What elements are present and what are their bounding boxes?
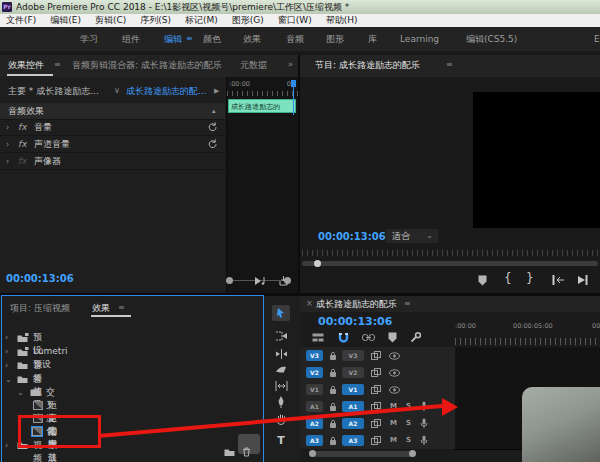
voiceover-mic-icon[interactable]	[420, 435, 428, 446]
workspace-graphics[interactable]: 图形	[326, 27, 344, 51]
zoom-level-dropdown[interactable]: 适合 ⌄	[386, 229, 438, 243]
tab-effect-controls[interactable]: 效果控件	[8, 55, 44, 75]
delete-icon[interactable]	[242, 447, 251, 457]
effect-controls-panel-menu-icon[interactable]: ≡	[54, 55, 61, 75]
program-scrub-handle[interactable]	[314, 260, 321, 267]
effect-row-panner[interactable]: › fx 声像器	[0, 153, 225, 170]
selection-tool[interactable]	[272, 305, 290, 321]
tab-program-monitor[interactable]: 节目: 成长路途励志的配乐	[315, 55, 420, 75]
go-to-in-icon[interactable]	[552, 275, 565, 285]
close-timeline-icon[interactable]: ×	[306, 296, 313, 312]
lock-icon[interactable]	[329, 368, 337, 378]
reset-effect-icon[interactable]	[208, 139, 218, 149]
tab-timeline-sequence[interactable]: 成长路途励志的配乐	[316, 296, 397, 312]
timeline-ruler-ticks[interactable]	[455, 338, 600, 345]
workspace-audio[interactable]: 音频	[286, 27, 304, 51]
twirl-icon[interactable]: ›	[6, 157, 9, 166]
voiceover-mic-icon[interactable]	[420, 418, 428, 429]
menu-clip[interactable]: 剪辑(C)	[95, 14, 126, 27]
program-scrubber[interactable]	[302, 261, 598, 266]
mute-button[interactable]: M	[390, 418, 397, 429]
mute-button[interactable]: M	[390, 435, 397, 446]
tab-overflow-icon[interactable]: »	[288, 55, 293, 75]
clip-selector-chevron-icon[interactable]: ∨	[114, 83, 120, 99]
source-patch-badge[interactable]: A1	[306, 401, 323, 412]
new-custom-bin-icon[interactable]	[224, 448, 235, 457]
lock-icon[interactable]	[329, 351, 337, 361]
twirl-icon[interactable]: ›	[6, 140, 9, 149]
menu-file[interactable]: 文件(F)	[6, 14, 36, 27]
lock-icon[interactable]	[329, 419, 337, 429]
track-lane-v3[interactable]	[455, 347, 600, 365]
export-frame-icon[interactable]	[278, 276, 289, 286]
sync-lock-icon[interactable]	[371, 419, 381, 428]
step-back-icon[interactable]	[577, 275, 588, 285]
workspace-editing-cs55[interactable]: 编辑(CS5.5)	[466, 27, 517, 51]
source-patch-badge[interactable]: A3	[306, 435, 323, 446]
add-marker-icon[interactable]	[478, 275, 487, 286]
source-patch-badge[interactable]: V3	[306, 350, 323, 361]
track-target-badge[interactable]: A2	[342, 418, 364, 429]
track-target-badge[interactable]: A3	[342, 435, 364, 446]
reset-effect-icon[interactable]	[208, 122, 218, 132]
ripple-edit-tool[interactable]	[272, 346, 290, 362]
clip-nav-arrow-icon[interactable]: ▶	[214, 83, 219, 99]
sync-lock-icon[interactable]	[371, 385, 381, 394]
program-panel-menu-icon[interactable]: ≡	[446, 55, 453, 75]
timeline-zoom-scrollbar[interactable]	[312, 451, 413, 457]
lock-icon[interactable]	[329, 436, 337, 446]
ec-zoom-handle-left[interactable]	[226, 277, 233, 284]
twirl-icon[interactable]: ›	[6, 123, 9, 132]
effect-row-channel-volume[interactable]: › fx 声道音量	[0, 136, 225, 153]
menu-window[interactable]: 窗口(W)	[278, 14, 312, 27]
master-clip-label[interactable]: 主要 * 成长路途励志...	[8, 86, 99, 96]
active-clip-name[interactable]: 成长路途励志的配...	[126, 83, 212, 99]
menu-sequence[interactable]: 序列(S)	[140, 14, 171, 27]
timeline-timecode[interactable]: 00:00:13:06	[318, 315, 392, 328]
mini-timeline-clip[interactable]: 成长路途励志的	[228, 99, 296, 113]
sync-lock-icon[interactable]	[371, 351, 381, 360]
track-select-forward-tool[interactable]	[272, 328, 290, 344]
track-output-eye-icon[interactable]	[389, 369, 400, 377]
mark-out-icon[interactable]: }	[526, 271, 534, 285]
timeline-zoom-handle-right[interactable]	[409, 450, 416, 457]
workspace-editing-menu-icon[interactable]: ≡	[186, 27, 193, 51]
source-patch-badge[interactable]: V2	[306, 367, 323, 378]
slip-tool[interactable]	[272, 378, 290, 394]
razor-tool[interactable]	[272, 362, 290, 378]
tab-metadata[interactable]: 元数据	[240, 55, 267, 75]
playhead-icon[interactable]	[291, 80, 296, 87]
workspace-libraries[interactable]: 库	[368, 27, 377, 51]
pen-tool[interactable]	[272, 394, 290, 410]
workspace-color[interactable]: 颜色	[203, 27, 221, 51]
workspace-clipped[interactable]: E	[594, 27, 600, 51]
workspace-assembly[interactable]: 组件	[122, 27, 140, 51]
timeline-add-marker-icon[interactable]	[388, 332, 397, 343]
effect-controls-timecode[interactable]: 00:00:13:06	[6, 273, 74, 284]
sync-lock-icon[interactable]	[371, 368, 381, 377]
type-tool[interactable]: T	[272, 432, 290, 448]
lock-icon[interactable]	[329, 402, 337, 412]
track-target-badge[interactable]: V3	[342, 350, 364, 361]
effect-row-volume[interactable]: › fx 音量	[0, 119, 225, 136]
timeline-settings-wrench-icon[interactable]	[410, 332, 422, 343]
mark-in-icon[interactable]: {	[504, 271, 512, 285]
linked-selection-icon[interactable]	[362, 333, 375, 342]
workspace-effects[interactable]: 效果	[243, 27, 261, 51]
sync-lock-icon[interactable]	[371, 436, 381, 445]
track-target-badge[interactable]: V1	[342, 384, 364, 395]
track-output-eye-icon[interactable]	[389, 352, 400, 360]
workspace-learn[interactable]: 学习	[80, 27, 98, 51]
menu-edit[interactable]: 编辑(E)	[50, 14, 81, 27]
timeline-panel-menu-icon[interactable]: ≡	[404, 296, 411, 312]
timeline-zoom-handle-left[interactable]	[309, 450, 316, 457]
menu-graphics[interactable]: 图形(G)	[232, 14, 264, 27]
program-timecode[interactable]: 00:00:13:06	[318, 231, 386, 242]
play-audio-icon[interactable]	[254, 276, 266, 286]
workspace-learning[interactable]: Learning	[400, 27, 439, 51]
menu-help[interactable]: 帮助(H)	[326, 14, 358, 27]
tab-audio-clip-mixer[interactable]: 音频剪辑混合器: 成长路途励志的配乐	[72, 55, 222, 75]
menu-marker[interactable]: 标记(M)	[185, 14, 218, 27]
track-output-eye-icon[interactable]	[389, 386, 400, 394]
source-patch-badge[interactable]: A2	[306, 418, 323, 429]
